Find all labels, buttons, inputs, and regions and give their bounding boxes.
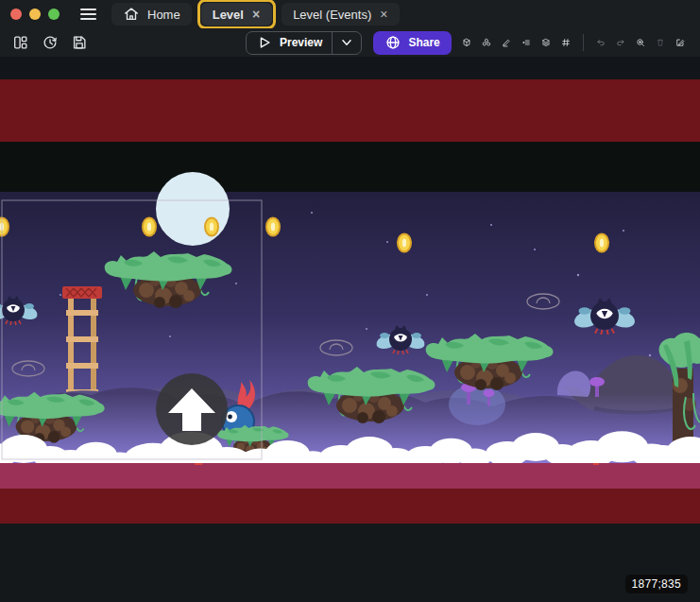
preview-button[interactable]: Preview [246,31,362,55]
tab-label: Level [213,8,244,22]
preview-dropdown-button[interactable] [332,32,361,54]
coin[interactable] [265,217,281,237]
top-red-bar[interactable] [0,79,700,142]
close-tab-icon[interactable]: × [251,8,261,21]
coin[interactable] [397,233,412,253]
preview-label: Preview [280,36,322,49]
dark-band [0,142,700,192]
chevron-down-icon [338,34,355,51]
play-icon [256,34,273,51]
globe-icon [384,34,401,51]
cursor-coordinates: 1877;835 [625,575,688,593]
toolbar: Preview Share [0,28,700,57]
coin[interactable] [594,233,609,253]
tab-label: Level (Events) [293,8,371,22]
scene-render [0,57,700,602]
tab-home[interactable]: Home [111,3,192,26]
undo-icon[interactable] [593,35,608,50]
close-window-button[interactable] [10,9,22,20]
zoom-in-icon[interactable] [633,35,648,50]
tab-label: Home [147,8,180,22]
redo-icon[interactable] [613,35,628,50]
app-window: Home Level × Level (Events) × [0,0,700,602]
close-tab-icon[interactable]: × [379,8,388,21]
grid-icon[interactable] [558,35,573,50]
toolbar-separator [583,34,584,51]
coin[interactable] [142,217,157,237]
share-label: Share [408,36,439,49]
coin[interactable] [204,217,219,237]
object-groups-icon[interactable] [479,35,494,50]
ground-red-bar[interactable] [0,489,700,524]
minimize-window-button[interactable] [29,9,41,20]
editor-background-bottom [0,524,700,602]
save-icon[interactable] [71,34,88,51]
tab-level-events[interactable]: Level (Events) × [282,3,400,26]
objects-icon[interactable] [459,35,474,50]
moon[interactable] [156,172,230,246]
ground-pink-bar[interactable] [0,463,700,489]
project-manager-icon[interactable] [12,34,29,51]
delete-icon[interactable] [653,35,668,50]
tab-bar: Home Level × Level (Events) × [111,0,400,29]
tutorial-highlight-box: Level × [197,0,276,29]
toolbar-left-group [12,34,88,51]
jump-button[interactable] [156,373,228,445]
home-icon [123,6,140,23]
layers-icon[interactable] [538,35,554,50]
edit-scene-icon[interactable] [499,35,514,50]
toolbar-right-group [459,34,688,51]
hamburger-menu-icon[interactable] [80,9,96,20]
edit-events-icon[interactable] [673,35,688,50]
share-button[interactable]: Share [373,31,451,55]
titlebar: Home Level × Level (Events) × [0,0,700,28]
maximize-window-button[interactable] [48,9,60,20]
tab-level[interactable]: Level × [201,3,272,26]
history-icon[interactable] [42,34,59,51]
scene-editor-canvas[interactable]: 1877;835 [0,57,700,602]
properties-icon[interactable] [519,35,534,50]
window-controls [10,9,60,20]
